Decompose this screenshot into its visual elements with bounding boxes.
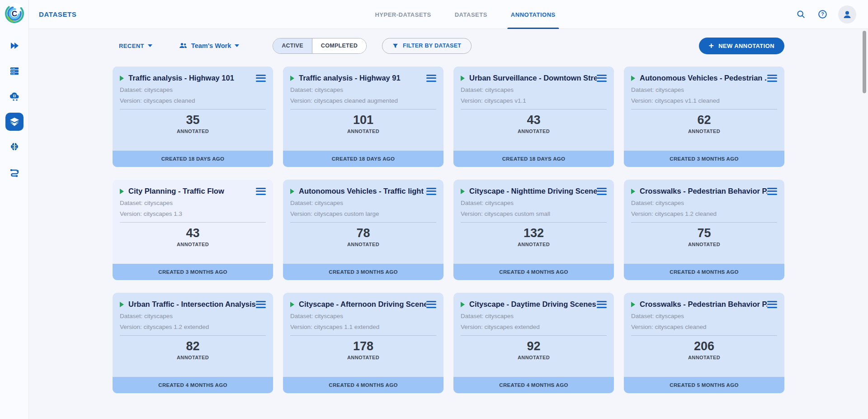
- card-title: Cityscape - Afternoon Driving Scenes: [299, 300, 426, 309]
- card-title: Cityscape - Nighttime Driving Scenes: [469, 187, 597, 195]
- brain-icon: [9, 142, 20, 152]
- card-menu-icon[interactable]: [597, 301, 607, 308]
- status-option-active[interactable]: ACTIVE: [273, 38, 312, 53]
- card-divider: [120, 335, 266, 336]
- user-avatar[interactable]: [838, 5, 856, 24]
- card[interactable]: Traffic analysis - Highway 91 Dataset: c…: [283, 67, 443, 167]
- play-icon[interactable]: [290, 189, 294, 194]
- play-icon[interactable]: [631, 189, 635, 194]
- card-menu-icon[interactable]: [767, 301, 777, 308]
- card-menu-icon[interactable]: [426, 75, 436, 82]
- card-menu-icon[interactable]: [426, 188, 436, 195]
- card-version: Version: cityscapes custom small: [461, 210, 607, 217]
- card-version: Version: cityscapes extended: [461, 324, 607, 330]
- play-icon[interactable]: [290, 302, 294, 307]
- card-menu-icon[interactable]: [426, 301, 436, 308]
- new-annotation-button[interactable]: + NEW ANNOTATION: [699, 38, 784, 54]
- sort-dropdown[interactable]: RECENT: [119, 43, 152, 49]
- play-icon[interactable]: [631, 302, 635, 307]
- play-icon[interactable]: [290, 76, 294, 81]
- card-main: Crosswalks - Pedestrian Behavior P... Da…: [624, 293, 784, 377]
- card-created-badge: CREATED 3 MONTHS AGO: [624, 151, 784, 167]
- card-divider: [120, 222, 266, 223]
- sidebar-item-annotations[interactable]: [5, 113, 24, 131]
- tab-annotations[interactable]: ANNOTATIONS: [511, 0, 556, 29]
- card[interactable]: City Planning - Traffic Flow Dataset: ci…: [113, 180, 273, 280]
- card-title: Traffic analysis - Highway 91: [299, 74, 426, 82]
- card-divider: [461, 335, 607, 336]
- card-main: Autonomous Vehicles - Pedestrian ... Dat…: [624, 67, 784, 151]
- play-icon[interactable]: [120, 302, 124, 307]
- annotation-cards-grid: Traffic analysis - Highway 101 Dataset: …: [113, 67, 784, 393]
- card[interactable]: Cityscape - Nighttime Driving Scenes Dat…: [453, 180, 614, 280]
- card-title: Crosswalks - Pedestrian Behavior P...: [640, 187, 767, 195]
- card-main: Autonomous Vehicles - Traffic light ... …: [283, 180, 443, 264]
- card-version: Version: cityscapes cleaned augmented: [290, 97, 436, 104]
- tab-datasets[interactable]: DATASETS: [455, 0, 487, 29]
- main-tabs: HYPER-DATASETS DATASETS ANNOTATIONS: [375, 0, 555, 29]
- card-version: Version: cityscapes v1.1 cleaned: [631, 97, 777, 104]
- play-icon[interactable]: [461, 76, 465, 81]
- play-icon[interactable]: [461, 302, 465, 307]
- card-annotated-caption: ANNOTATED: [290, 355, 436, 360]
- card-created-badge: CREATED 3 MONTHS AGO: [283, 264, 443, 280]
- card[interactable]: Crosswalks - Pedestrian Behavior P... Da…: [624, 293, 784, 393]
- card[interactable]: Cityscape - Daytime Driving Scenes Datas…: [453, 293, 614, 393]
- card[interactable]: Autonomous Vehicles - Pedestrian ... Dat…: [624, 67, 784, 167]
- card[interactable]: Urban Surveillance - Downtown Stre... Da…: [453, 67, 614, 167]
- card-menu-icon[interactable]: [767, 75, 777, 82]
- svg-text:?: ?: [821, 11, 824, 17]
- card-menu-icon[interactable]: [256, 301, 266, 308]
- sidebar-item-datasets[interactable]: [5, 62, 24, 80]
- topbar-actions: ?: [795, 5, 868, 24]
- sidebar-item-pipelines[interactable]: [5, 163, 24, 181]
- card-menu-icon[interactable]: [767, 188, 777, 195]
- play-icon[interactable]: [120, 76, 124, 81]
- card-version: Version: cityscapes cleaned: [120, 97, 266, 104]
- card-title: City Planning - Traffic Flow: [128, 187, 256, 195]
- scope-dropdown[interactable]: Team's Work: [179, 41, 239, 50]
- card[interactable]: Urban Traffic - Intersection Analysis Da…: [113, 293, 273, 393]
- toolbar: RECENT Team's Work ACTIVE COMPLETED FILT…: [113, 36, 784, 56]
- card-menu-icon[interactable]: [256, 188, 266, 195]
- sidebar-item-getting-started[interactable]: [5, 37, 24, 55]
- card-annotated-count: 206: [631, 339, 777, 353]
- search-button[interactable]: [795, 9, 807, 20]
- app-logo[interactable]: C: [4, 3, 25, 24]
- card-title: Urban Surveillance - Downtown Stre...: [469, 74, 597, 82]
- card-dataset: Dataset: cityscapes: [120, 313, 266, 319]
- play-icon[interactable]: [120, 189, 124, 194]
- card-annotated-count: 132: [461, 226, 607, 240]
- cloud-deploy-icon: [9, 91, 20, 102]
- card-version: Version: cityscapes 1.1 extended: [290, 324, 436, 330]
- card-menu-icon[interactable]: [256, 75, 266, 82]
- sidebar-item-models[interactable]: [5, 138, 24, 156]
- sidebar-nav: [5, 37, 24, 189]
- card-divider: [120, 109, 266, 110]
- help-button[interactable]: ?: [816, 9, 828, 20]
- play-icon[interactable]: [631, 76, 635, 81]
- card-main: Cityscape - Nighttime Driving Scenes Dat…: [453, 180, 614, 264]
- status-option-completed[interactable]: COMPLETED: [312, 38, 366, 53]
- card[interactable]: Crosswalks - Pedestrian Behavior P... Da…: [624, 180, 784, 280]
- card[interactable]: Autonomous Vehicles - Traffic light ... …: [283, 180, 443, 280]
- card-annotated-caption: ANNOTATED: [120, 129, 266, 134]
- status-toggle: ACTIVE COMPLETED: [273, 38, 367, 54]
- vertical-scrollbar[interactable]: [863, 31, 866, 93]
- page-title: DATASETS: [39, 10, 76, 18]
- card-created-badge: CREATED 4 MONTHS AGO: [453, 377, 614, 393]
- content: RECENT Team's Work ACTIVE COMPLETED FILT…: [29, 0, 868, 393]
- play-icon[interactable]: [461, 189, 465, 194]
- card[interactable]: Traffic analysis - Highway 101 Dataset: …: [113, 67, 273, 167]
- card[interactable]: Cityscape - Afternoon Driving Scenes Dat…: [283, 293, 443, 393]
- card-main: Traffic analysis - Highway 91 Dataset: c…: [283, 67, 443, 151]
- card-version: Version: cityscapes custom large: [290, 210, 436, 217]
- filter-by-dataset-button[interactable]: FILTER BY DATASET: [382, 38, 472, 54]
- tab-hyper-datasets[interactable]: HYPER-DATASETS: [375, 0, 431, 29]
- card-title: Autonomous Vehicles - Traffic light ...: [299, 187, 426, 195]
- sidebar-item-deploy[interactable]: [5, 87, 24, 105]
- card-divider: [290, 109, 436, 110]
- card-menu-icon[interactable]: [597, 75, 607, 82]
- card-menu-icon[interactable]: [597, 188, 607, 195]
- card-divider: [631, 222, 777, 223]
